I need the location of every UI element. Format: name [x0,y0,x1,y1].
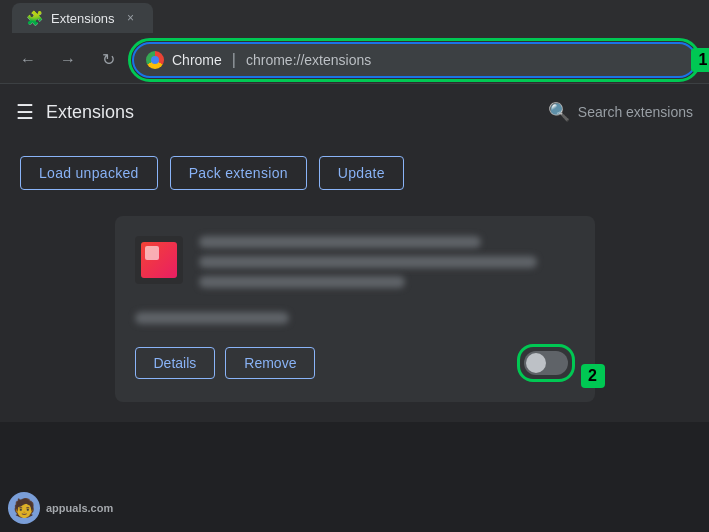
extension-icon [135,236,183,284]
nav-bar: ← → ↻ Chrome | chrome://extensions 1 [0,36,709,84]
tab-close-button[interactable]: × [123,10,139,26]
watermark-icon: 🧑 [8,492,40,524]
address-path: chrome://extensions [246,52,371,68]
update-button[interactable]: Update [319,156,404,190]
menu-icon[interactable]: ☰ [16,100,34,124]
page-title: Extensions [46,102,536,123]
extension-card-footer: Details Remove 2 [135,344,575,382]
toggle-wrapper: 2 [517,344,575,382]
remove-button[interactable]: Remove [225,347,315,379]
search-icon: 🔍 [548,101,570,123]
extensions-header: ☰ Extensions 🔍 Search extensions [0,84,709,140]
extension-name-line [199,236,481,248]
browser-tab[interactable]: 🧩 Extensions × [12,3,153,33]
title-bar: 🧩 Extensions × [0,0,709,36]
toggle-outline [517,344,575,382]
toggle-knob [526,353,546,373]
forward-button[interactable]: → [52,44,84,76]
address-divider: | [232,51,236,69]
extension-toggle[interactable] [524,351,568,375]
extension-desc-line-1 [199,256,537,268]
chrome-logo-icon [146,51,164,69]
load-unpacked-button[interactable]: Load unpacked [20,156,158,190]
extension-desc-line-2 [199,276,406,288]
refresh-button[interactable]: ↻ [92,44,124,76]
step-badge-2: 2 [581,364,605,388]
address-site: Chrome [172,52,222,68]
puzzle-icon: 🧩 [26,10,43,26]
extension-card-bottom [135,312,575,324]
extension-card-top [135,236,575,296]
watermark-text: appuals.com [46,502,113,514]
extension-info [199,236,575,296]
address-bar[interactable]: Chrome | chrome://extensions [132,42,697,78]
back-button[interactable]: ← [12,44,44,76]
address-bar-wrapper: Chrome | chrome://extensions 1 [132,42,697,78]
step-badge-1: 1 [691,48,709,72]
search-placeholder: Search extensions [578,104,693,120]
extension-card: Details Remove 2 [115,216,595,402]
extension-version-line [135,312,289,324]
pack-extension-button[interactable]: Pack extension [170,156,307,190]
toolbar: Load unpacked Pack extension Update [0,140,709,206]
extension-icon-inner [141,242,177,278]
tab-title: Extensions [51,11,115,26]
search-area[interactable]: 🔍 Search extensions [548,101,693,123]
watermark: 🧑 appuals.com [8,492,113,524]
main-content: Details Remove 2 [0,206,709,422]
details-button[interactable]: Details [135,347,216,379]
